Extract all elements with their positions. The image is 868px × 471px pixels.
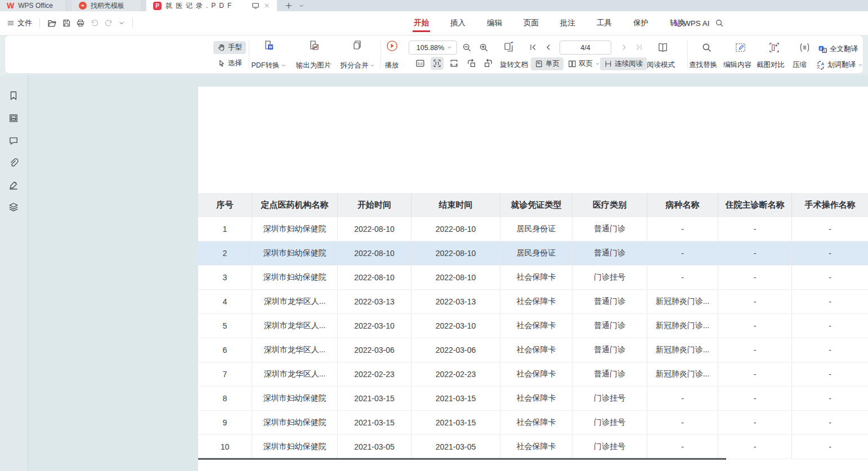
one-to-one-icon[interactable]: 1:1 <box>415 59 425 68</box>
thumbnail-icon[interactable] <box>8 113 19 123</box>
table-cell: 3 <box>198 266 252 289</box>
table-cell: 2022-03-13 <box>338 290 411 313</box>
table-cell: 社会保障卡 <box>500 266 572 289</box>
tab-docer-templates[interactable]: ❧ 找稻壳模板 <box>72 0 142 11</box>
comment-icon[interactable] <box>8 136 19 146</box>
full-translate-button[interactable]: A文 全文翻译 <box>818 44 858 54</box>
fit-page-icon[interactable] <box>449 59 459 68</box>
table-cell: - <box>792 266 868 289</box>
layers-icon[interactable] <box>8 202 19 212</box>
find-replace-label[interactable]: 查找替换 <box>689 60 717 70</box>
table-cell: 居民身份证 <box>500 217 572 241</box>
redo-icon[interactable] <box>104 19 113 28</box>
table-cell: - <box>792 314 868 338</box>
edit-content-icon[interactable] <box>735 42 746 53</box>
word-translate-button[interactable]: 文A 划词翻译 <box>816 60 863 70</box>
tab-document-pdf[interactable]: P 就医记录.PDF <box>146 0 277 11</box>
fit-width-icon[interactable] <box>431 57 444 70</box>
last-page-icon[interactable] <box>634 43 643 52</box>
table-cell: 深圳市龙华区人... <box>252 362 338 386</box>
pdf-convert-button[interactable]: W PDF转换 <box>247 39 290 70</box>
svg-text:A: A <box>821 61 825 66</box>
annotation-pen-icon[interactable] <box>8 180 19 190</box>
wps-ai-button[interactable]: WPS AI <box>671 19 710 28</box>
print-icon[interactable] <box>76 19 85 28</box>
prev-page-icon[interactable] <box>544 43 553 52</box>
word-translate-label: 划词翻译 <box>827 60 856 70</box>
first-page-icon[interactable] <box>529 43 538 52</box>
menu-tab-home[interactable]: 开始 <box>413 12 430 34</box>
table-cell: 2022-03-10 <box>338 314 411 338</box>
table-cell: 普通门诊 <box>572 314 647 338</box>
double-page-icon <box>568 60 576 68</box>
menu-bar: 文件 开始 插入 编辑 页面 批注 工具 保护 转换 <box>0 11 868 35</box>
table-row: 7深圳市龙华区人...2022-02-232022-02-23社会保障卡普通门诊… <box>198 362 868 387</box>
single-page-icon <box>535 60 543 68</box>
read-mode-icon[interactable] <box>657 42 669 53</box>
continuous-read-button[interactable]: 连续阅读 <box>600 57 647 70</box>
menu-tab-page[interactable]: 页面 <box>522 12 540 34</box>
page-indicator-input[interactable]: 4/4 <box>560 41 611 55</box>
table-cell: 2021-03-15 <box>338 387 411 410</box>
table-cell: 2022-08-10 <box>338 266 411 289</box>
menu-tab-comment[interactable]: 批注 <box>559 12 576 34</box>
edit-content-label[interactable]: 编辑内容 <box>723 60 751 70</box>
chevron-down-icon <box>858 62 863 68</box>
undo-icon[interactable] <box>90 19 99 28</box>
table-cell: - <box>718 362 792 386</box>
monitor-icon[interactable] <box>252 2 259 10</box>
hand-tool-button[interactable]: 手型 <box>213 41 246 54</box>
close-tab-icon[interactable] <box>263 2 270 9</box>
save-icon[interactable] <box>62 19 71 28</box>
table-cell: - <box>792 362 868 386</box>
attachment-icon[interactable] <box>8 158 19 168</box>
table-cell: - <box>792 338 868 362</box>
menu-tab-insert[interactable]: 插入 <box>449 12 467 34</box>
table-cell: 新冠肺炎门诊... <box>647 362 718 386</box>
table-row: 2深圳市妇幼保健院2022-08-102022-08-10居民身份证普通门诊--… <box>198 241 868 266</box>
zoom-level-select[interactable]: 105.88% <box>409 41 457 55</box>
next-page-icon[interactable] <box>620 43 629 52</box>
compress-label[interactable]: 压缩 <box>793 60 807 70</box>
split-merge-button[interactable]: 拆分合并 <box>335 39 380 70</box>
single-page-label: 单页 <box>545 59 560 69</box>
table-cell: 普通门诊 <box>572 241 647 265</box>
find-replace-icon[interactable] <box>701 42 712 53</box>
table-cell: 10 <box>198 435 252 459</box>
more-actions-chevron-icon[interactable] <box>118 20 125 26</box>
menu-tab-tools[interactable]: 工具 <box>596 12 613 34</box>
select-tool-button[interactable]: 选择 <box>213 57 246 70</box>
export-image-button[interactable]: 输出为图片 <box>291 39 336 70</box>
screenshot-compare-icon[interactable] <box>768 42 780 53</box>
table-cell: 2021-03-15 <box>411 411 500 434</box>
compress-icon[interactable] <box>799 42 811 53</box>
tab-wps-office[interactable]: W WPS Office <box>0 0 66 11</box>
rotate-left-icon[interactable] <box>467 59 476 68</box>
open-file-icon[interactable] <box>47 19 57 28</box>
table-cell: - <box>718 411 792 434</box>
menu-tab-protect[interactable]: 保护 <box>632 12 650 34</box>
pdf-page[interactable]: 序号 定点医药机构名称 开始时间 结束时间 就诊凭证类型 医疗类别 病种名称 住… <box>198 87 868 471</box>
single-page-button[interactable]: 单页 <box>531 57 563 70</box>
rotate-right-icon[interactable] <box>484 59 493 68</box>
bookmark-icon[interactable] <box>8 91 19 101</box>
file-menu-button[interactable]: 文件 <box>7 18 32 28</box>
zoom-in-icon[interactable] <box>479 43 489 52</box>
table-header-cell: 就诊凭证类型 <box>500 193 572 217</box>
table-cell: 深圳市妇幼保健院 <box>252 387 338 410</box>
play-button[interactable]: 播放 <box>379 39 405 70</box>
new-tab-icon[interactable] <box>285 2 293 10</box>
menu-tab-edit[interactable]: 编辑 <box>486 12 503 34</box>
tab-list-chevron-icon[interactable] <box>298 3 305 9</box>
read-mode-label[interactable]: 阅读模式 <box>647 60 675 70</box>
menu-search-icon[interactable] <box>715 19 724 28</box>
table-cell: 新冠肺炎门诊... <box>647 338 718 362</box>
double-page-button[interactable]: 双页 <box>564 57 604 70</box>
rotate-doc-label[interactable]: 旋转文档 <box>500 60 528 70</box>
replace-page-icon[interactable] <box>503 41 515 53</box>
table-cell: - <box>792 435 868 459</box>
zoom-out-icon[interactable] <box>462 43 472 52</box>
table-cell: 门诊挂号 <box>572 435 647 459</box>
screenshot-compare-label[interactable]: 截图对比 <box>757 60 785 70</box>
table-cell: 深圳市妇幼保健院 <box>252 217 338 241</box>
